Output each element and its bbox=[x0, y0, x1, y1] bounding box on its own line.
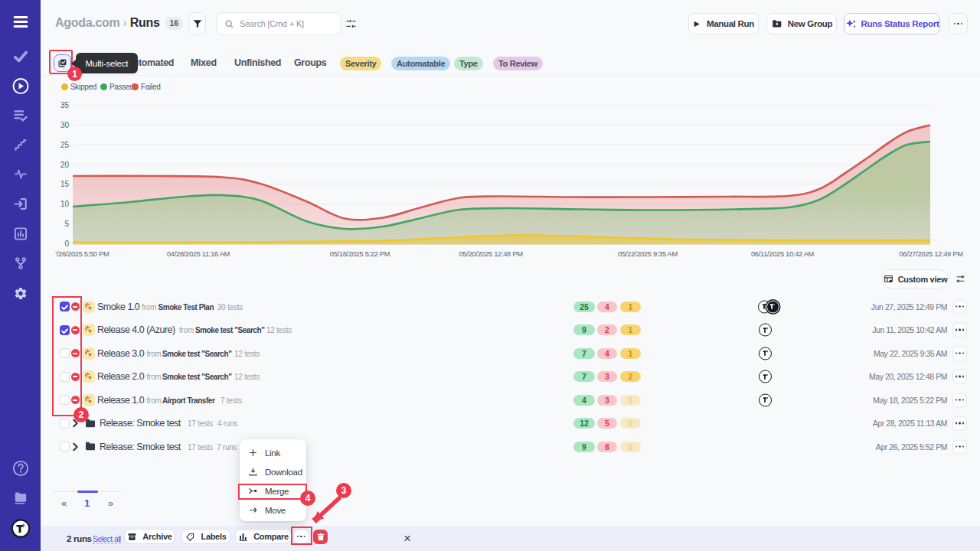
svg-text:15: 15 bbox=[60, 180, 70, 188]
svg-text:25: 25 bbox=[60, 141, 70, 149]
svg-text:10: 10 bbox=[60, 200, 70, 208]
svg-text:04/28/2025 11:16 AM: 04/28/2025 11:16 AM bbox=[167, 250, 230, 258]
svg-text:05/22/2025 9:35 AM: 05/22/2025 9:35 AM bbox=[618, 250, 678, 258]
svg-text:’/26/2025 5:50 PM: ’/26/2025 5:50 PM bbox=[55, 250, 109, 258]
svg-text:0: 0 bbox=[64, 240, 69, 248]
svg-text:05/20/2025 12:48 PM: 05/20/2025 12:48 PM bbox=[459, 250, 522, 258]
svg-text:20: 20 bbox=[60, 161, 70, 169]
svg-text:06/11/2025 10:42 AM: 06/11/2025 10:42 AM bbox=[751, 250, 814, 258]
svg-text:5: 5 bbox=[64, 220, 69, 228]
svg-text:30: 30 bbox=[60, 121, 70, 129]
svg-text:35: 35 bbox=[60, 101, 70, 109]
svg-text:05/18/2025 5:22 PM: 05/18/2025 5:22 PM bbox=[330, 250, 390, 258]
svg-text:06/27/2025 12:49 PM: 06/27/2025 12:49 PM bbox=[899, 250, 962, 258]
